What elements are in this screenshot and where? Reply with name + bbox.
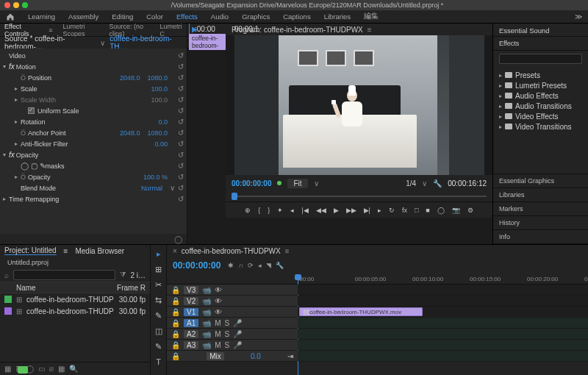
preset-audio-transitions[interactable]: ▸Audio Transitions bbox=[496, 101, 585, 111]
transport-btn-5[interactable]: |◀ bbox=[301, 207, 308, 214]
project-item[interactable]: ⊞coffee-in-bedroom-THUDP30.00 fp bbox=[0, 305, 150, 317]
timeline-opt-3[interactable]: ◂ bbox=[258, 262, 262, 269]
zoom-fit-select[interactable]: Fit bbox=[287, 179, 307, 188]
workspace-overflow-icon[interactable]: ≫ bbox=[575, 12, 582, 21]
panel-link-markers[interactable]: Markers bbox=[493, 202, 588, 216]
tool-1[interactable]: ⊞ bbox=[155, 265, 162, 274]
prop-opacity[interactable]: ▸ÖOpacity100.0 %↺ bbox=[0, 171, 187, 182]
workspace-effects[interactable]: Effects bbox=[176, 12, 198, 21]
transport-btn-11[interactable]: ↻ bbox=[389, 207, 395, 214]
prop-scale[interactable]: ▸Scale100.0↺ bbox=[0, 83, 187, 94]
transport-btn-1[interactable]: { bbox=[258, 207, 260, 214]
prop-position[interactable]: ÖPosition2048.01080.0↺ bbox=[0, 72, 187, 83]
tab-media-browser[interactable]: Media Browser bbox=[75, 247, 124, 255]
lock-icon[interactable]: 🔒 bbox=[171, 308, 180, 316]
essential-sound-header[interactable]: Essential Sound bbox=[493, 24, 588, 37]
program-monitor[interactable] bbox=[234, 35, 484, 175]
workspace-assembly[interactable]: Assembly bbox=[68, 12, 98, 21]
lock-icon[interactable]: 🔒 bbox=[171, 286, 180, 294]
search-icon[interactable]: ⌕ bbox=[4, 271, 9, 279]
transport-btn-12[interactable]: fx bbox=[402, 207, 407, 214]
lock-icon[interactable]: 🔒 bbox=[171, 319, 180, 327]
workspace-audio[interactable]: Audio bbox=[211, 12, 229, 21]
workspace-edit-jp[interactable]: 編集 bbox=[364, 12, 379, 21]
minimize-window-icon[interactable] bbox=[13, 2, 19, 8]
tool-3[interactable]: ⇆ bbox=[155, 296, 162, 305]
track-v2[interactable]: 🔒V2📹👁 bbox=[167, 296, 588, 307]
prop-video[interactable]: Video↺ bbox=[0, 50, 187, 61]
keyframe-clip-tag[interactable]: coffee-in-bedroom- bbox=[189, 34, 226, 50]
prop-motion[interactable]: ▾fxMotion↺ bbox=[0, 61, 187, 72]
panel-link-libraries[interactable]: Libraries bbox=[493, 188, 588, 202]
transport-btn-14[interactable]: ■ bbox=[426, 207, 429, 214]
transport-btn-15[interactable]: ◯ bbox=[437, 207, 445, 214]
preset-audio-effects[interactable]: ▸Audio Effects bbox=[496, 90, 585, 101]
transport-btn-6[interactable]: ◀◀ bbox=[316, 207, 326, 214]
preset-lumetri-presets[interactable]: ▸Lumetri Presets bbox=[496, 80, 585, 90]
resolution-select[interactable]: 1/4 bbox=[406, 179, 416, 188]
preset-video-effects[interactable]: ▸Video Effects bbox=[496, 111, 585, 121]
expand-icon[interactable]: ⇥ bbox=[287, 352, 293, 360]
tool-6[interactable]: ✎ bbox=[155, 342, 162, 351]
panel-link-history[interactable]: History bbox=[493, 216, 588, 230]
track-a1[interactable]: 🔒A1📹MS🎤 bbox=[167, 318, 588, 329]
tab-project[interactable]: Project: Untitled bbox=[4, 246, 57, 255]
tool-0[interactable]: ▸ bbox=[157, 249, 161, 259]
track-v1[interactable]: 🔒V1📹👁▨ coffee-in-bedroom-THUDPWX.mov bbox=[167, 307, 588, 318]
timeline-ruler[interactable]: :00:0000:00:05:0000:00:10:0000:00:15:000… bbox=[167, 274, 588, 285]
project-toolbar-btn-3[interactable]: ▭ bbox=[38, 365, 45, 373]
transport-btn-0[interactable]: ⊕ bbox=[245, 207, 251, 214]
preset-presets[interactable]: ▸Presets bbox=[496, 70, 585, 80]
panel-link-info[interactable]: Info bbox=[493, 230, 588, 244]
prop-anchor-point[interactable]: ÖAnchor Point2048.01080.0↺ bbox=[0, 127, 187, 138]
transport-btn-4[interactable]: ◂ bbox=[290, 207, 294, 214]
workspace-learning[interactable]: Learning bbox=[28, 12, 55, 21]
bin-filter-icon[interactable]: ⧩ bbox=[120, 271, 126, 279]
tool-5[interactable]: ◫ bbox=[155, 326, 162, 336]
track-a3[interactable]: 🔒A3📹MS🎤 bbox=[167, 340, 588, 351]
transport-btn-8[interactable]: ▶▶ bbox=[346, 207, 356, 214]
prop-anti-flicker-filter[interactable]: ▸Anti-flicker Filter0.00↺ bbox=[0, 138, 187, 149]
lock-icon[interactable]: 🔒 bbox=[171, 297, 180, 305]
track-mix[interactable]: 🔒Mix0.0⇥ bbox=[167, 351, 588, 362]
project-toolbar-btn-0[interactable]: ▦ bbox=[4, 365, 11, 373]
workspace-libraries[interactable]: Libraries bbox=[324, 12, 351, 21]
lock-icon[interactable]: 🔒 bbox=[171, 341, 180, 349]
settings-icon[interactable]: 🔧 bbox=[433, 179, 442, 188]
panel-link-essential-graphics[interactable]: Essential Graphics bbox=[493, 174, 588, 188]
project-toolbar-btn-6[interactable]: 🔍 bbox=[69, 365, 78, 373]
transport-btn-3[interactable]: ✦ bbox=[277, 207, 283, 214]
tool-7[interactable]: T bbox=[156, 357, 161, 366]
workspace-captions[interactable]: Captions bbox=[283, 12, 311, 21]
program-timecode[interactable]: 00:00:00:00 bbox=[232, 179, 271, 188]
project-toolbar-btn-5[interactable]: ▦ bbox=[58, 365, 65, 373]
prop-blend-mode[interactable]: Blend ModeNormal∨↺ bbox=[0, 182, 187, 193]
tool-2[interactable]: ✂ bbox=[155, 280, 162, 290]
panel-menu-icon[interactable]: ≡ bbox=[49, 26, 52, 34]
zoom-window-icon[interactable] bbox=[22, 2, 28, 8]
prop-time-remapping[interactable]: ▸Time Remapping↺ bbox=[0, 193, 187, 204]
panel-menu-icon[interactable]: ≡ bbox=[64, 247, 68, 255]
effects-header[interactable]: Effects bbox=[493, 37, 588, 51]
effects-search-input[interactable] bbox=[499, 54, 582, 64]
project-item[interactable]: ⊞coffee-in-bedroom-THUDP30.00 fp bbox=[0, 293, 150, 305]
project-toolbar-btn-4[interactable]: ⎚ bbox=[49, 365, 54, 373]
workspace-graphics[interactable]: Graphics bbox=[242, 12, 270, 21]
prop-scale-width[interactable]: ▸Scale Width100.0↺ bbox=[0, 94, 187, 105]
track-a2[interactable]: 🔒A2📹MS🎤 bbox=[167, 329, 588, 340]
transport-btn-9[interactable]: ▶| bbox=[364, 207, 370, 214]
close-window-icon[interactable] bbox=[4, 2, 10, 8]
program-scrubber[interactable] bbox=[226, 191, 492, 201]
project-search-input[interactable] bbox=[13, 270, 115, 280]
transport-btn-10[interactable]: ▸ bbox=[378, 207, 381, 214]
clip[interactable]: ▨ coffee-in-bedroom-THUDPWX.mov bbox=[299, 307, 423, 316]
pen-color-swatch[interactable] bbox=[18, 366, 28, 374]
timeline-opt-4[interactable]: ◥ bbox=[266, 262, 271, 269]
prop-masks[interactable]: ◯ ▢ ✎masks↺ bbox=[0, 160, 187, 171]
timeline-timecode[interactable]: 00:00:00:00 bbox=[173, 260, 220, 271]
prop-rotation[interactable]: ▸Rotation0.0↺ bbox=[0, 116, 187, 127]
timeline-sequence-tab[interactable]: coffee-in-bedroom-THUDPWX bbox=[182, 247, 281, 255]
workspace-editing[interactable]: Editing bbox=[112, 12, 133, 21]
timeline-opt-2[interactable]: ⟳ bbox=[248, 262, 254, 269]
tool-4[interactable]: ✎ bbox=[155, 311, 162, 321]
